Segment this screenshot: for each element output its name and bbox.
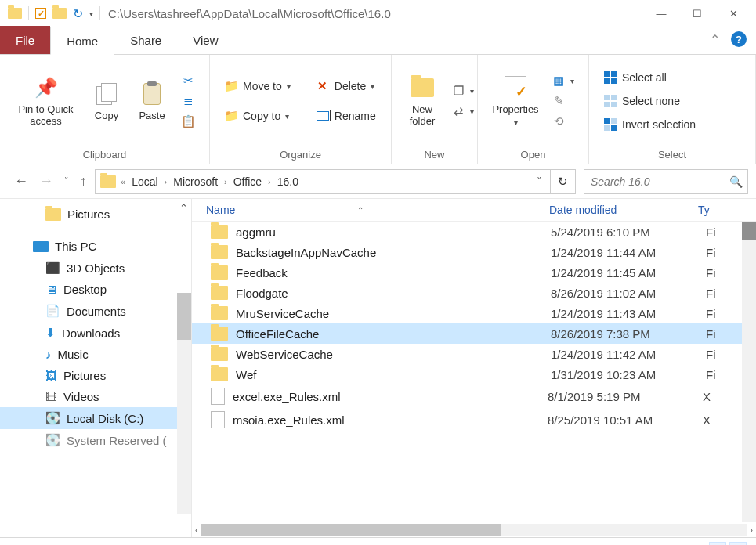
edit-button[interactable]: ✎: [550, 93, 576, 109]
column-name[interactable]: Name⌃: [206, 204, 549, 216]
nav-music[interactable]: ♪Music: [0, 344, 191, 365]
nav-documents[interactable]: 📄Documents: [0, 300, 191, 322]
help-button[interactable]: ?: [731, 31, 747, 47]
file-date: 8/26/2019 11:02 AM: [551, 287, 706, 300]
easy-access-button[interactable]: ⇄: [450, 103, 476, 119]
scroll-left-icon[interactable]: ‹: [195, 525, 198, 536]
scroll-track[interactable]: [201, 524, 747, 536]
pin-to-quick-access-button[interactable]: 📌 Pin to Quick access: [8, 72, 84, 130]
nav-pictures[interactable]: 🖼Pictures: [0, 365, 191, 386]
chevron-right-icon[interactable]: ›: [224, 177, 227, 186]
search-icon[interactable]: 🔍: [729, 175, 743, 188]
file-row[interactable]: excel.exe_Rules.xml8/1/2019 5:19 PMX: [192, 384, 756, 408]
nav-scroll-thumb[interactable]: [177, 293, 191, 340]
horizontal-scrollbar[interactable]: ‹ ›: [192, 522, 756, 537]
file-row[interactable]: WebServiceCache1/24/2019 11:42 AMFi: [192, 344, 756, 364]
nav-label: Pictures: [67, 208, 110, 221]
rename-button[interactable]: Rename: [314, 108, 378, 124]
refresh-button[interactable]: ↻: [551, 169, 576, 194]
file-row[interactable]: BackstageInAppNavCache1/24/2019 11:44 AM…: [192, 242, 756, 262]
select-none-button[interactable]: Select none: [602, 93, 697, 109]
paste-button[interactable]: Paste: [129, 78, 175, 125]
crumb-overflow-icon[interactable]: «: [121, 177, 125, 186]
file-row[interactable]: Wef1/31/2019 10:23 AMFi: [192, 364, 756, 384]
file-row[interactable]: Floodgate8/26/2019 11:02 AMFi: [192, 283, 756, 303]
title-bar: ✓ ↻ ▾ C:\Users\tashreef\AppData\Local\Mi…: [0, 0, 756, 27]
crumb-16-0[interactable]: 16.0: [274, 174, 302, 189]
search-box[interactable]: 🔍: [584, 169, 748, 194]
copy-path-button[interactable]: ≣: [179, 93, 197, 109]
file-row[interactable]: msoia.exe_Rules.xml8/25/2019 10:51 AMX: [192, 408, 756, 431]
folder-icon: [211, 327, 228, 341]
history-button[interactable]: ⟲: [550, 114, 576, 129]
forward-button[interactable]: →: [39, 173, 53, 189]
column-date-modified[interactable]: Date modified: [549, 204, 698, 216]
chevron-right-icon[interactable]: ›: [268, 177, 271, 186]
file-row[interactable]: aggmru5/24/2019 6:10 PMFi: [192, 222, 756, 242]
invert-selection-button[interactable]: Invert selection: [602, 117, 697, 132]
crumb-microsoft[interactable]: Microsoft: [170, 174, 221, 189]
maximize-button[interactable]: ☐: [679, 2, 715, 25]
crumb-office[interactable]: Office: [230, 174, 265, 189]
recent-locations-button[interactable]: ˅: [64, 176, 69, 186]
chevron-right-icon[interactable]: ›: [165, 177, 168, 186]
select-all-button[interactable]: Select all: [602, 70, 697, 85]
nav-scrollbar[interactable]: [177, 293, 191, 514]
column-type[interactable]: Ty: [698, 204, 729, 216]
tab-share[interactable]: Share: [114, 26, 177, 54]
nav-local-disk-c[interactable]: 💽Local Disk (C:): [0, 407, 191, 429]
select-all-icon: [604, 71, 617, 84]
undo-qat-button[interactable]: ↻: [73, 6, 83, 21]
address-bar[interactable]: « Local› Microsoft› Office› 16.0 ˅: [95, 169, 551, 194]
properties-label: Properties: [492, 103, 538, 115]
delete-button[interactable]: ✕Delete: [314, 78, 378, 94]
nav-downloads[interactable]: ⬇Downloads: [0, 322, 191, 344]
vscroll-thumb[interactable]: [742, 222, 756, 240]
ribbon-collapse-button[interactable]: ⌃: [710, 32, 720, 47]
file-date: 8/25/2019 10:51 AM: [548, 413, 703, 427]
new-folder-button[interactable]: New folder: [400, 72, 445, 130]
qat-customize-dropdown[interactable]: ▾: [89, 9, 93, 18]
nav-system-reserved[interactable]: 💽System Reserved (: [0, 429, 191, 451]
tab-file[interactable]: File: [0, 26, 50, 54]
nav-scroll-up-icon[interactable]: ⌃: [179, 202, 188, 214]
file-row[interactable]: MruServiceCache1/24/2019 11:43 AMFi: [192, 303, 756, 323]
tab-home[interactable]: Home: [50, 27, 114, 55]
vertical-scrollbar[interactable]: [742, 222, 756, 522]
tab-view[interactable]: View: [177, 26, 233, 54]
address-dropdown[interactable]: ˅: [534, 175, 545, 187]
cut-button[interactable]: ✂: [179, 73, 197, 88]
file-row[interactable]: OfficeFileCache8/26/2019 7:38 PMFi: [192, 323, 756, 344]
nav-desktop[interactable]: 🖥Desktop: [0, 279, 191, 300]
open-button[interactable]: ▦: [550, 73, 576, 88]
paste-shortcut-button[interactable]: 📋: [179, 114, 197, 129]
scroll-right-icon[interactable]: ›: [750, 525, 753, 536]
thumbnails-view-button[interactable]: [729, 542, 747, 546]
pin-icon: 📌: [34, 75, 59, 100]
new-item-button[interactable]: ❐: [450, 83, 476, 99]
file-row[interactable]: Feedback1/24/2019 11:45 AMFi: [192, 262, 756, 283]
nav-pictures-quick[interactable]: Pictures: [0, 204, 191, 225]
copy-button[interactable]: Copy: [84, 78, 129, 125]
nav-videos[interactable]: 🎞Videos: [0, 386, 191, 407]
scroll-thumb[interactable]: [201, 524, 501, 536]
copy-to-button[interactable]: 📁Copy to: [222, 108, 292, 124]
file-name: aggmru: [236, 226, 551, 239]
file-name: Floodgate: [236, 287, 551, 300]
minimize-button[interactable]: —: [643, 2, 679, 25]
drive-icon: 💽: [45, 411, 60, 425]
details-view-button[interactable]: [709, 542, 726, 546]
status-separator: [67, 543, 67, 546]
properties-qat-button[interactable]: ✓: [35, 8, 46, 19]
search-input[interactable]: [591, 175, 729, 188]
back-button[interactable]: ←: [14, 173, 28, 189]
new-folder-qat-button[interactable]: [52, 8, 67, 19]
nav-3d-objects[interactable]: ⬛3D Objects: [0, 257, 191, 279]
move-to-button[interactable]: 📁Move to: [222, 78, 292, 94]
move-to-icon: 📁: [224, 79, 238, 93]
close-button[interactable]: ✕: [715, 2, 751, 25]
nav-this-pc[interactable]: This PC: [0, 236, 191, 257]
crumb-local[interactable]: Local: [128, 174, 161, 189]
up-button[interactable]: ↑: [80, 173, 87, 189]
properties-button[interactable]: Properties: [486, 72, 545, 130]
